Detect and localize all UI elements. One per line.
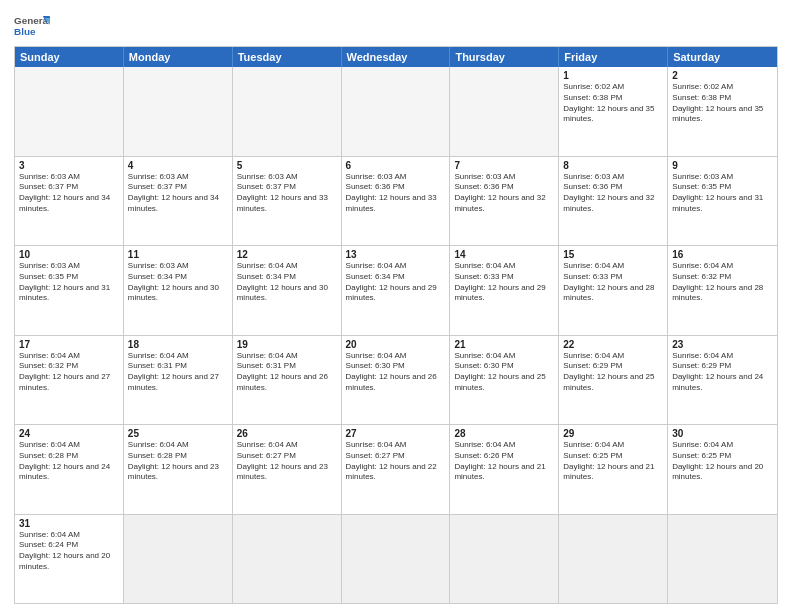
calendar-cell: 22Sunrise: 6:04 AM Sunset: 6:29 PM Dayli…: [559, 336, 668, 425]
cell-sun-info: Sunrise: 6:04 AM Sunset: 6:29 PM Dayligh…: [672, 351, 773, 394]
calendar-week-row: 31Sunrise: 6:04 AM Sunset: 6:24 PM Dayli…: [15, 515, 777, 604]
cell-sun-info: Sunrise: 6:03 AM Sunset: 6:35 PM Dayligh…: [19, 261, 119, 304]
calendar-cell: 16Sunrise: 6:04 AM Sunset: 6:32 PM Dayli…: [668, 246, 777, 335]
cell-sun-info: Sunrise: 6:03 AM Sunset: 6:37 PM Dayligh…: [237, 172, 337, 215]
day-number: 26: [237, 428, 337, 439]
day-number: 5: [237, 160, 337, 171]
day-number: 18: [128, 339, 228, 350]
day-number: 8: [563, 160, 663, 171]
calendar-cell: [233, 515, 342, 604]
logo-icon: General Blue: [14, 12, 50, 40]
day-number: 17: [19, 339, 119, 350]
day-of-week-header: Saturday: [668, 47, 777, 67]
cell-sun-info: Sunrise: 6:03 AM Sunset: 6:37 PM Dayligh…: [19, 172, 119, 215]
cell-sun-info: Sunrise: 6:02 AM Sunset: 6:38 PM Dayligh…: [672, 82, 773, 125]
day-number: 23: [672, 339, 773, 350]
day-number: 28: [454, 428, 554, 439]
day-of-week-header: Tuesday: [233, 47, 342, 67]
day-number: 1: [563, 70, 663, 81]
calendar-cell: 27Sunrise: 6:04 AM Sunset: 6:27 PM Dayli…: [342, 425, 451, 514]
calendar-cell: [342, 515, 451, 604]
calendar: SundayMondayTuesdayWednesdayThursdayFrid…: [14, 46, 778, 604]
day-number: 14: [454, 249, 554, 260]
day-of-week-header: Sunday: [15, 47, 124, 67]
day-number: 27: [346, 428, 446, 439]
calendar-cell: 2Sunrise: 6:02 AM Sunset: 6:38 PM Daylig…: [668, 67, 777, 156]
cell-sun-info: Sunrise: 6:04 AM Sunset: 6:29 PM Dayligh…: [563, 351, 663, 394]
cell-sun-info: Sunrise: 6:03 AM Sunset: 6:36 PM Dayligh…: [346, 172, 446, 215]
cell-sun-info: Sunrise: 6:04 AM Sunset: 6:25 PM Dayligh…: [672, 440, 773, 483]
calendar-cell: 14Sunrise: 6:04 AM Sunset: 6:33 PM Dayli…: [450, 246, 559, 335]
calendar-cell: [559, 515, 668, 604]
day-number: 3: [19, 160, 119, 171]
calendar-cell: [124, 67, 233, 156]
calendar-header: SundayMondayTuesdayWednesdayThursdayFrid…: [15, 47, 777, 67]
svg-text:Blue: Blue: [14, 26, 36, 37]
day-number: 24: [19, 428, 119, 439]
calendar-cell: 18Sunrise: 6:04 AM Sunset: 6:31 PM Dayli…: [124, 336, 233, 425]
calendar-cell: 4Sunrise: 6:03 AM Sunset: 6:37 PM Daylig…: [124, 157, 233, 246]
calendar-cell: 7Sunrise: 6:03 AM Sunset: 6:36 PM Daylig…: [450, 157, 559, 246]
cell-sun-info: Sunrise: 6:04 AM Sunset: 6:32 PM Dayligh…: [19, 351, 119, 394]
calendar-cell: 11Sunrise: 6:03 AM Sunset: 6:34 PM Dayli…: [124, 246, 233, 335]
page: General Blue SundayMondayTuesdayWednesda…: [0, 0, 792, 612]
day-of-week-header: Thursday: [450, 47, 559, 67]
calendar-cell: [450, 515, 559, 604]
cell-sun-info: Sunrise: 6:03 AM Sunset: 6:36 PM Dayligh…: [563, 172, 663, 215]
day-number: 16: [672, 249, 773, 260]
cell-sun-info: Sunrise: 6:04 AM Sunset: 6:28 PM Dayligh…: [128, 440, 228, 483]
day-number: 2: [672, 70, 773, 81]
day-number: 7: [454, 160, 554, 171]
day-number: 29: [563, 428, 663, 439]
cell-sun-info: Sunrise: 6:04 AM Sunset: 6:34 PM Dayligh…: [346, 261, 446, 304]
cell-sun-info: Sunrise: 6:04 AM Sunset: 6:34 PM Dayligh…: [237, 261, 337, 304]
calendar-cell: 6Sunrise: 6:03 AM Sunset: 6:36 PM Daylig…: [342, 157, 451, 246]
calendar-cell: [124, 515, 233, 604]
calendar-cell: 19Sunrise: 6:04 AM Sunset: 6:31 PM Dayli…: [233, 336, 342, 425]
cell-sun-info: Sunrise: 6:03 AM Sunset: 6:35 PM Dayligh…: [672, 172, 773, 215]
cell-sun-info: Sunrise: 6:04 AM Sunset: 6:27 PM Dayligh…: [346, 440, 446, 483]
calendar-body: 1Sunrise: 6:02 AM Sunset: 6:38 PM Daylig…: [15, 67, 777, 603]
calendar-cell: [342, 67, 451, 156]
day-number: 12: [237, 249, 337, 260]
day-number: 4: [128, 160, 228, 171]
calendar-week-row: 17Sunrise: 6:04 AM Sunset: 6:32 PM Dayli…: [15, 336, 777, 426]
calendar-cell: 3Sunrise: 6:03 AM Sunset: 6:37 PM Daylig…: [15, 157, 124, 246]
calendar-cell: 25Sunrise: 6:04 AM Sunset: 6:28 PM Dayli…: [124, 425, 233, 514]
calendar-cell: 30Sunrise: 6:04 AM Sunset: 6:25 PM Dayli…: [668, 425, 777, 514]
calendar-cell: 17Sunrise: 6:04 AM Sunset: 6:32 PM Dayli…: [15, 336, 124, 425]
cell-sun-info: Sunrise: 6:04 AM Sunset: 6:32 PM Dayligh…: [672, 261, 773, 304]
calendar-cell: [15, 67, 124, 156]
cell-sun-info: Sunrise: 6:04 AM Sunset: 6:31 PM Dayligh…: [128, 351, 228, 394]
calendar-week-row: 10Sunrise: 6:03 AM Sunset: 6:35 PM Dayli…: [15, 246, 777, 336]
calendar-week-row: 24Sunrise: 6:04 AM Sunset: 6:28 PM Dayli…: [15, 425, 777, 515]
cell-sun-info: Sunrise: 6:04 AM Sunset: 6:27 PM Dayligh…: [237, 440, 337, 483]
cell-sun-info: Sunrise: 6:02 AM Sunset: 6:38 PM Dayligh…: [563, 82, 663, 125]
cell-sun-info: Sunrise: 6:04 AM Sunset: 6:31 PM Dayligh…: [237, 351, 337, 394]
calendar-cell: 13Sunrise: 6:04 AM Sunset: 6:34 PM Dayli…: [342, 246, 451, 335]
top-section: General Blue: [14, 12, 778, 40]
day-of-week-header: Friday: [559, 47, 668, 67]
day-number: 10: [19, 249, 119, 260]
calendar-cell: [450, 67, 559, 156]
cell-sun-info: Sunrise: 6:04 AM Sunset: 6:28 PM Dayligh…: [19, 440, 119, 483]
cell-sun-info: Sunrise: 6:04 AM Sunset: 6:24 PM Dayligh…: [19, 530, 119, 573]
cell-sun-info: Sunrise: 6:03 AM Sunset: 6:36 PM Dayligh…: [454, 172, 554, 215]
calendar-cell: 9Sunrise: 6:03 AM Sunset: 6:35 PM Daylig…: [668, 157, 777, 246]
calendar-cell: 10Sunrise: 6:03 AM Sunset: 6:35 PM Dayli…: [15, 246, 124, 335]
day-number: 19: [237, 339, 337, 350]
cell-sun-info: Sunrise: 6:04 AM Sunset: 6:30 PM Dayligh…: [454, 351, 554, 394]
day-number: 21: [454, 339, 554, 350]
day-number: 13: [346, 249, 446, 260]
day-number: 20: [346, 339, 446, 350]
calendar-cell: 21Sunrise: 6:04 AM Sunset: 6:30 PM Dayli…: [450, 336, 559, 425]
calendar-week-row: 3Sunrise: 6:03 AM Sunset: 6:37 PM Daylig…: [15, 157, 777, 247]
day-number: 11: [128, 249, 228, 260]
calendar-cell: 20Sunrise: 6:04 AM Sunset: 6:30 PM Dayli…: [342, 336, 451, 425]
day-number: 9: [672, 160, 773, 171]
calendar-cell: 5Sunrise: 6:03 AM Sunset: 6:37 PM Daylig…: [233, 157, 342, 246]
cell-sun-info: Sunrise: 6:04 AM Sunset: 6:30 PM Dayligh…: [346, 351, 446, 394]
day-number: 30: [672, 428, 773, 439]
calendar-cell: 1Sunrise: 6:02 AM Sunset: 6:38 PM Daylig…: [559, 67, 668, 156]
calendar-cell: 24Sunrise: 6:04 AM Sunset: 6:28 PM Dayli…: [15, 425, 124, 514]
